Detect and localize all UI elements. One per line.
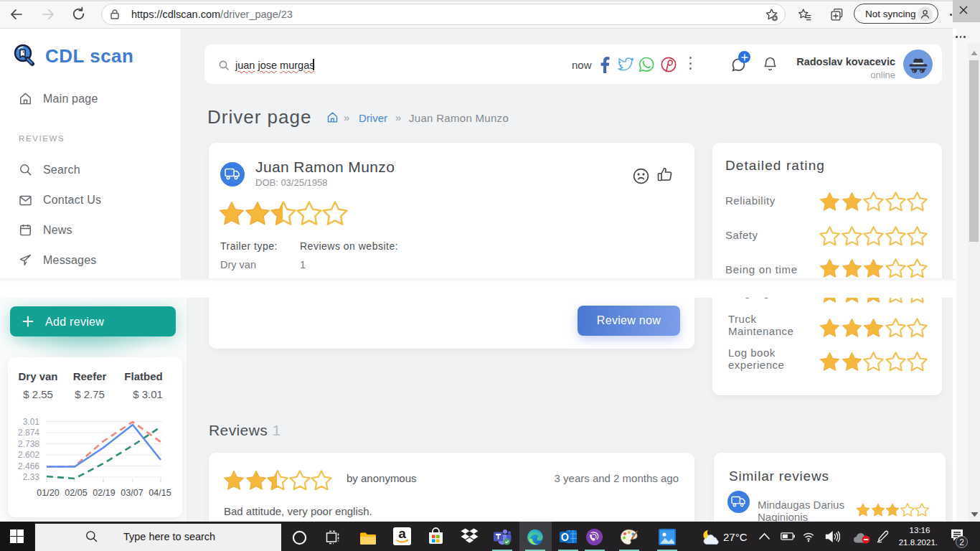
svg-text:2.874: 2.874 xyxy=(18,428,39,438)
svg-text:02/05: 02/05 xyxy=(65,488,87,498)
svg-text:2.602: 2.602 xyxy=(18,450,39,460)
svg-text:04/15: 04/15 xyxy=(149,488,171,498)
svg-text:2.466: 2.466 xyxy=(18,461,39,471)
svg-text:02/19: 02/19 xyxy=(93,488,115,498)
svg-text:03/07: 03/07 xyxy=(121,488,143,498)
svg-text:3.01: 3.01 xyxy=(23,417,40,427)
svg-text:2.738: 2.738 xyxy=(18,439,39,449)
svg-text:2.33: 2.33 xyxy=(23,472,40,482)
svg-text:01/20: 01/20 xyxy=(37,488,59,498)
